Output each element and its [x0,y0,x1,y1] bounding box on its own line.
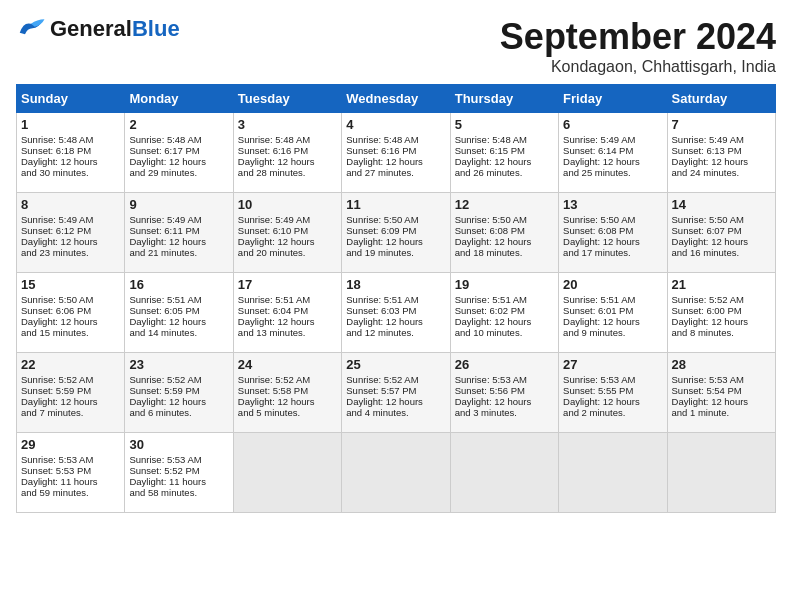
calendar-cell [342,433,450,513]
cell-line: and 6 minutes. [129,407,228,418]
cell-line: Daylight: 12 hours [129,236,228,247]
cell-line: Sunrise: 5:48 AM [21,134,120,145]
cell-line: and 7 minutes. [21,407,120,418]
weekday-header-saturday: Saturday [667,85,775,113]
calendar-cell: 22Sunrise: 5:52 AMSunset: 5:59 PMDayligh… [17,353,125,433]
weekday-header-sunday: Sunday [17,85,125,113]
day-number: 19 [455,277,554,292]
cell-line: Sunset: 5:56 PM [455,385,554,396]
cell-line: Sunset: 6:07 PM [672,225,771,236]
calendar-cell [233,433,341,513]
cell-line: Sunset: 6:01 PM [563,305,662,316]
day-number: 16 [129,277,228,292]
cell-line: Daylight: 12 hours [455,236,554,247]
cell-line: Sunrise: 5:51 AM [563,294,662,305]
calendar-week-row: 8Sunrise: 5:49 AMSunset: 6:12 PMDaylight… [17,193,776,273]
logo-blue: Blue [132,16,180,41]
weekday-header-wednesday: Wednesday [342,85,450,113]
day-number: 28 [672,357,771,372]
logo-bird-icon [16,17,46,41]
calendar-cell: 29Sunrise: 5:53 AMSunset: 5:53 PMDayligh… [17,433,125,513]
cell-line: Sunset: 5:59 PM [129,385,228,396]
calendar-cell: 3Sunrise: 5:48 AMSunset: 6:16 PMDaylight… [233,113,341,193]
calendar-cell: 13Sunrise: 5:50 AMSunset: 6:08 PMDayligh… [559,193,667,273]
cell-line: Daylight: 12 hours [21,236,120,247]
day-number: 15 [21,277,120,292]
day-number: 29 [21,437,120,452]
cell-line: Sunset: 6:06 PM [21,305,120,316]
calendar-cell: 12Sunrise: 5:50 AMSunset: 6:08 PMDayligh… [450,193,558,273]
cell-line: and 26 minutes. [455,167,554,178]
day-number: 25 [346,357,445,372]
day-number: 13 [563,197,662,212]
cell-line: and 3 minutes. [455,407,554,418]
calendar-cell: 8Sunrise: 5:49 AMSunset: 6:12 PMDaylight… [17,193,125,273]
cell-line: and 21 minutes. [129,247,228,258]
cell-line: Sunrise: 5:53 AM [129,454,228,465]
cell-line: Sunset: 6:03 PM [346,305,445,316]
weekday-header-tuesday: Tuesday [233,85,341,113]
cell-line: Daylight: 12 hours [21,316,120,327]
calendar-cell: 15Sunrise: 5:50 AMSunset: 6:06 PMDayligh… [17,273,125,353]
cell-line: Daylight: 12 hours [563,156,662,167]
logo-general: General [50,16,132,41]
cell-line: Sunrise: 5:53 AM [672,374,771,385]
calendar-cell: 19Sunrise: 5:51 AMSunset: 6:02 PMDayligh… [450,273,558,353]
cell-line: Sunset: 6:02 PM [455,305,554,316]
cell-line: and 5 minutes. [238,407,337,418]
day-number: 12 [455,197,554,212]
cell-line: and 12 minutes. [346,327,445,338]
cell-line: Sunrise: 5:48 AM [346,134,445,145]
day-number: 23 [129,357,228,372]
cell-line: and 30 minutes. [21,167,120,178]
cell-line: Sunrise: 5:50 AM [455,214,554,225]
cell-line: Sunset: 6:09 PM [346,225,445,236]
cell-line: and 27 minutes. [346,167,445,178]
cell-line: Daylight: 12 hours [455,396,554,407]
cell-line: and 28 minutes. [238,167,337,178]
cell-line: Sunrise: 5:48 AM [129,134,228,145]
cell-line: Sunrise: 5:53 AM [455,374,554,385]
calendar-cell: 28Sunrise: 5:53 AMSunset: 5:54 PMDayligh… [667,353,775,433]
calendar-cell: 30Sunrise: 5:53 AMSunset: 5:52 PMDayligh… [125,433,233,513]
calendar-cell: 2Sunrise: 5:48 AMSunset: 6:17 PMDaylight… [125,113,233,193]
cell-line: Sunrise: 5:48 AM [455,134,554,145]
weekday-header-monday: Monday [125,85,233,113]
cell-line: Daylight: 12 hours [672,156,771,167]
calendar-cell: 25Sunrise: 5:52 AMSunset: 5:57 PMDayligh… [342,353,450,433]
cell-line: Sunrise: 5:51 AM [238,294,337,305]
calendar-cell: 6Sunrise: 5:49 AMSunset: 6:14 PMDaylight… [559,113,667,193]
cell-line: Sunset: 5:57 PM [346,385,445,396]
day-number: 10 [238,197,337,212]
cell-line: Sunset: 5:55 PM [563,385,662,396]
cell-line: Sunset: 5:58 PM [238,385,337,396]
day-number: 11 [346,197,445,212]
cell-line: Daylight: 12 hours [672,236,771,247]
calendar-week-row: 15Sunrise: 5:50 AMSunset: 6:06 PMDayligh… [17,273,776,353]
cell-line: Daylight: 12 hours [346,156,445,167]
cell-line: and 58 minutes. [129,487,228,498]
cell-line: and 17 minutes. [563,247,662,258]
cell-line: Sunrise: 5:52 AM [238,374,337,385]
calendar-week-row: 29Sunrise: 5:53 AMSunset: 5:53 PMDayligh… [17,433,776,513]
day-number: 30 [129,437,228,452]
cell-line: Sunrise: 5:50 AM [346,214,445,225]
cell-line: Sunset: 5:54 PM [672,385,771,396]
day-number: 20 [563,277,662,292]
weekday-header-row: SundayMondayTuesdayWednesdayThursdayFrid… [17,85,776,113]
calendar-cell: 26Sunrise: 5:53 AMSunset: 5:56 PMDayligh… [450,353,558,433]
cell-line: Sunset: 6:08 PM [455,225,554,236]
cell-line: Sunset: 5:59 PM [21,385,120,396]
day-number: 3 [238,117,337,132]
cell-line: Sunset: 5:53 PM [21,465,120,476]
cell-line: Daylight: 12 hours [672,396,771,407]
cell-line: Daylight: 12 hours [21,156,120,167]
cell-line: Sunrise: 5:53 AM [563,374,662,385]
day-number: 6 [563,117,662,132]
calendar-cell: 27Sunrise: 5:53 AMSunset: 5:55 PMDayligh… [559,353,667,433]
calendar-cell: 14Sunrise: 5:50 AMSunset: 6:07 PMDayligh… [667,193,775,273]
cell-line: Daylight: 12 hours [129,156,228,167]
calendar-week-row: 1Sunrise: 5:48 AMSunset: 6:18 PMDaylight… [17,113,776,193]
cell-line: and 29 minutes. [129,167,228,178]
cell-line: Sunset: 6:08 PM [563,225,662,236]
